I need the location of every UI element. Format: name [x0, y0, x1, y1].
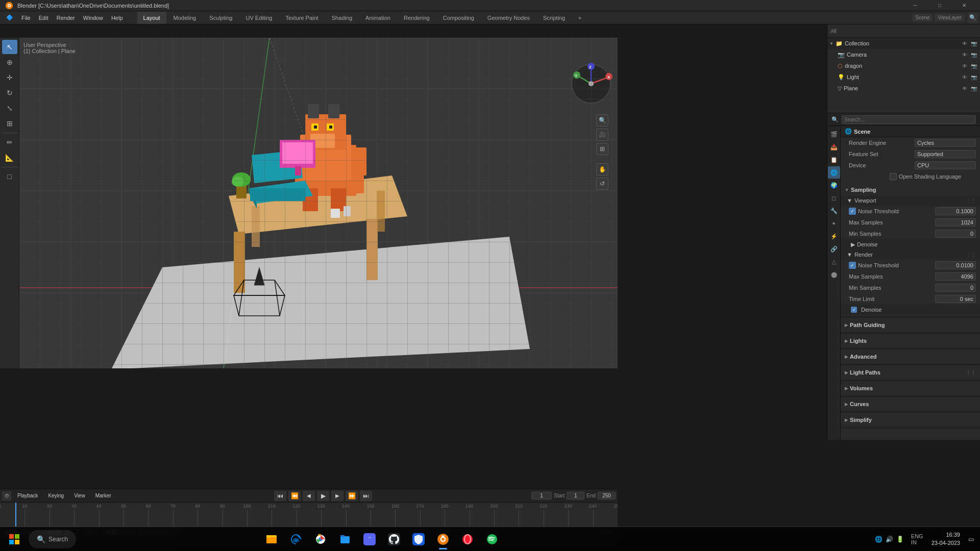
volume-icon[interactable]: 🔊	[886, 536, 893, 543]
view-timeline-menu[interactable]: View	[70, 491, 89, 501]
pan-view-btn[interactable]: ✋	[596, 163, 608, 176]
camera-render[interactable]: 📷	[970, 51, 978, 59]
rotate-view-btn[interactable]: ↺	[596, 178, 608, 190]
workspace-tab-sculpting[interactable]: Sculpting	[203, 12, 238, 24]
outliner-item-camera[interactable]: 📷 Camera 👁 📷	[827, 49, 980, 60]
path-guiding-header[interactable]: ▶ Path Guiding	[841, 319, 980, 331]
show-desktop-btn[interactable]: ▭	[966, 536, 976, 543]
file-menu[interactable]: File	[17, 12, 35, 24]
outliner-item-plane[interactable]: ▽ Plane 👁 📷	[827, 83, 980, 94]
outliner-item-light[interactable]: 💡 Light 👁 📷	[827, 71, 980, 83]
playback-menu[interactable]: Playback	[13, 491, 42, 501]
light-paths-header[interactable]: ▶ Light Paths ⋮⋮	[841, 367, 980, 378]
feature-set-dropdown[interactable]: Supported	[915, 150, 976, 158]
render-min-samples-value[interactable]: 0	[935, 284, 976, 292]
workspace-tab-rendering[interactable]: Rendering	[398, 12, 436, 24]
scene-props-icon[interactable]: 🌐	[828, 166, 840, 179]
taskbar-search-btn[interactable]: 🔍 Search	[29, 530, 76, 548]
output-props-icon[interactable]: 📤	[828, 141, 840, 153]
help-menu[interactable]: Help	[107, 12, 127, 24]
taskbar-app-bitwarden[interactable]	[407, 528, 430, 550]
viewport-subsection-header[interactable]: ▼ Viewport ⋮⋮	[841, 195, 980, 206]
workspace-tab-uv-editing[interactable]: UV Editing	[239, 12, 278, 24]
denoise-viewport-header[interactable]: ▶ Denoise	[841, 239, 980, 249]
maximize-button[interactable]: □	[928, 0, 951, 11]
taskbar-app-blender[interactable]	[432, 528, 454, 550]
object-props-icon[interactable]: ◻	[828, 192, 840, 204]
render-subsection-header[interactable]: ▼ Render ⋮⋮	[841, 249, 980, 260]
render-menu[interactable]: Render	[53, 12, 79, 24]
outliner-all-btn[interactable]: All	[829, 29, 838, 34]
start-button[interactable]	[4, 529, 24, 549]
world-props-icon[interactable]: 🌍	[828, 179, 840, 191]
lights-header[interactable]: ▶ Lights	[841, 335, 980, 346]
scale-tool[interactable]: ⤡	[2, 101, 17, 115]
keying-menu[interactable]: Keying	[44, 491, 68, 501]
next-frame-btn[interactable]: ▶	[331, 491, 344, 501]
camera-view-btn[interactable]: 🎥	[596, 129, 608, 141]
end-frame-input[interactable]: 250	[598, 492, 616, 499]
keyboard-layout[interactable]: ENGIN	[909, 533, 925, 545]
edit-menu[interactable]: Edit	[35, 12, 53, 24]
viewport-max-samples-value[interactable]: 1024	[935, 218, 976, 227]
start-frame-input[interactable]: 1	[567, 492, 584, 499]
outliner-item-dragon[interactable]: ⬡ dragon 👁 📷	[827, 60, 980, 71]
plane-visibility[interactable]: 👁	[961, 84, 969, 92]
annotate-tool[interactable]: ✏	[2, 135, 17, 149]
render-noise-threshold-value[interactable]: 0.0100	[935, 261, 976, 269]
curves-header[interactable]: ▶ Curves	[841, 398, 980, 410]
render-max-samples-value[interactable]: 4096	[935, 272, 976, 281]
render-noise-threshold-checkbox[interactable]: ✓	[849, 262, 856, 269]
rotate-tool[interactable]: ↻	[2, 86, 17, 100]
volumes-header[interactable]: ▶ Volumes	[841, 383, 980, 394]
battery-icon[interactable]: 🔋	[896, 536, 904, 543]
viewport-noise-threshold-checkbox[interactable]: ✓	[849, 208, 856, 215]
outliner-scene-collection[interactable]: ▼ 📁 Collection 👁 📷	[827, 38, 980, 49]
zoom-extents-btn[interactable]: 🔍	[596, 114, 608, 127]
render-props-icon[interactable]: 🎬	[828, 128, 840, 140]
network-icon[interactable]: 🌐	[875, 536, 883, 543]
dragon-visibility[interactable]: 👁	[961, 62, 969, 70]
taskbar-app-files[interactable]	[334, 528, 356, 550]
workspace-tab-shading[interactable]: Shading	[326, 12, 358, 24]
taskbar-clock[interactable]: 16:39 23-04-2023	[927, 531, 964, 547]
sampling-header[interactable]: ▼ Sampling	[841, 184, 980, 195]
view-layer-selector[interactable]: ViewLayer	[935, 14, 965, 21]
light-visibility[interactable]: 👁	[961, 73, 969, 81]
viewport-min-samples-value[interactable]: 0	[935, 230, 976, 238]
cursor-tool[interactable]: ⊕	[2, 55, 17, 69]
workspace-tab-modeling[interactable]: Modeling	[167, 12, 203, 24]
taskbar-app-edge[interactable]	[285, 528, 307, 550]
plane-render[interactable]: 📷	[970, 84, 978, 92]
device-dropdown[interactable]: CPU	[915, 161, 976, 169]
taskbar-app-chrome[interactable]	[309, 528, 332, 550]
current-frame-input[interactable]: 1	[531, 492, 552, 499]
taskbar-app-github[interactable]	[383, 528, 405, 550]
material-props-icon[interactable]: ⬤	[828, 268, 840, 281]
minimize-button[interactable]: ─	[903, 0, 927, 11]
add-cube-tool[interactable]: □	[2, 169, 17, 184]
render-camera-btn[interactable]: 📷	[970, 39, 978, 47]
properties-search-input[interactable]	[842, 115, 976, 124]
scene-selector[interactable]: Scene	[912, 14, 933, 21]
taskbar-app-explorer[interactable]	[260, 528, 283, 550]
transform-tool[interactable]: ⊞	[2, 116, 17, 131]
prev-keyframe-btn[interactable]: ⏪	[288, 491, 301, 501]
close-button[interactable]: ✕	[952, 0, 976, 11]
viewport-3d[interactable]: User Perspective (1) Collection | Plane	[19, 38, 618, 368]
grid-toggle-btn[interactable]: ⊞	[596, 143, 608, 155]
constraints-props-icon[interactable]: 🔗	[828, 243, 840, 255]
view-layer-props-icon[interactable]: 📋	[828, 154, 840, 166]
physics-props-icon[interactable]: ⚡	[828, 230, 840, 242]
denoise-render-checkbox[interactable]: ✓	[851, 307, 857, 313]
search-scene-button[interactable]: 🔍	[968, 13, 978, 23]
workspace-tab-compositing[interactable]: Compositing	[437, 12, 480, 24]
particles-props-icon[interactable]: ✦	[828, 217, 840, 230]
viewport-noise-threshold-value[interactable]: 0.1000	[935, 207, 976, 215]
select-tool[interactable]: ↖	[2, 40, 17, 54]
taskbar-app-opera[interactable]	[456, 528, 479, 550]
next-keyframe-btn[interactable]: ⏩	[346, 491, 358, 501]
dragon-render[interactable]: 📷	[970, 62, 978, 70]
timeline-type-btn[interactable]: ⏱	[2, 491, 11, 500]
prev-frame-btn[interactable]: ◀	[303, 491, 315, 501]
